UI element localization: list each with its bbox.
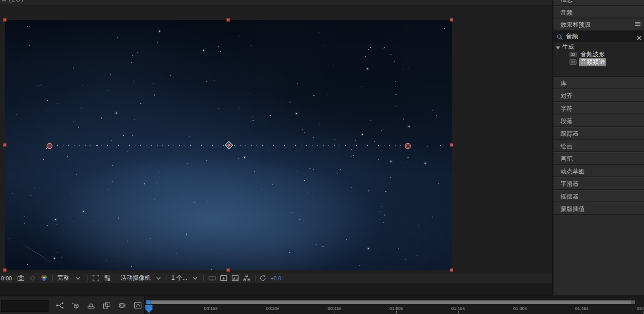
frame-blend-icon[interactable] — [102, 301, 111, 310]
star — [324, 177, 324, 177]
mini-flowchart-icon[interactable] — [55, 301, 64, 310]
draft-3d-icon[interactable] — [71, 301, 80, 310]
star — [136, 89, 136, 89]
panel-tab[interactable]: 库 — [553, 77, 644, 89]
star — [206, 269, 207, 269]
panel-tab[interactable]: 平滑器 — [553, 177, 644, 190]
star — [116, 161, 116, 161]
selection-handle[interactable] — [226, 268, 230, 272]
tab-info[interactable]: 信息 — [553, 0, 644, 6]
star — [266, 122, 266, 123]
star — [27, 26, 28, 27]
panel-tab[interactable]: 动态草图 — [553, 165, 644, 177]
chevron-down-icon — [75, 275, 81, 281]
star — [67, 156, 68, 157]
effect-item[interactable]: 32音频波形 — [553, 51, 644, 58]
star — [313, 95, 314, 96]
panel-tab[interactable]: 绘画 — [553, 140, 644, 152]
star — [319, 123, 319, 124]
star — [153, 83, 154, 84]
fast-preview-icon[interactable] — [219, 274, 228, 282]
panel-tab[interactable]: 画笔 — [553, 152, 644, 165]
region-of-interest-icon[interactable] — [92, 274, 100, 282]
panel-tab[interactable]: 字符 — [553, 102, 644, 115]
work-area-end-handle[interactable] — [631, 300, 635, 304]
clipped-tab-text: A (2G) — [2, 0, 24, 3]
panel-tab[interactable]: 段落 — [553, 115, 644, 127]
star — [384, 215, 385, 216]
selection-handle[interactable] — [450, 143, 453, 147]
star — [334, 35, 335, 35]
effect-item[interactable]: 32音频频谱 — [553, 58, 644, 66]
star — [316, 244, 317, 245]
star — [144, 183, 145, 184]
star — [82, 63, 83, 63]
effects-search-field[interactable]: 音频 — [553, 31, 644, 42]
star — [102, 37, 103, 37]
composition-stage[interactable] — [5, 20, 452, 270]
selection-handle[interactable] — [450, 268, 453, 272]
star — [195, 44, 195, 44]
timeline-panel-icon[interactable] — [231, 274, 239, 282]
work-area-bar[interactable] — [147, 300, 635, 304]
graph-editor-icon[interactable] — [133, 301, 142, 310]
keyframe-icon[interactable] — [46, 142, 53, 149]
tab-audio[interactable]: 音频 — [553, 6, 644, 19]
selection-handle[interactable] — [226, 18, 230, 22]
rgb-channels-icon[interactable] — [40, 274, 48, 282]
effects-group-generate[interactable]: 生成 — [553, 43, 644, 51]
tab-effects-presets[interactable]: 效果和预设 — [553, 19, 644, 31]
star — [71, 95, 71, 96]
selection-handle[interactable] — [3, 268, 7, 272]
star — [360, 103, 360, 104]
search-input[interactable]: 音频 — [566, 32, 636, 41]
pixel-aspect-icon[interactable] — [208, 274, 216, 282]
keyframe-icon[interactable] — [405, 142, 411, 149]
selection-handle[interactable] — [450, 18, 453, 22]
selection-handle[interactable] — [3, 143, 7, 147]
star — [353, 155, 354, 156]
star — [308, 192, 309, 193]
flowchart-icon[interactable] — [243, 274, 251, 282]
panel-tab[interactable]: 跟踪器 — [553, 127, 644, 140]
panel-menu-icon[interactable] — [634, 19, 641, 31]
star — [402, 69, 403, 70]
current-time-indicator[interactable] — [145, 305, 152, 313]
reset-exposure-icon[interactable] — [259, 274, 267, 282]
star — [313, 169, 314, 170]
star — [438, 183, 439, 184]
star — [368, 190, 369, 191]
anchor-point-icon[interactable] — [224, 141, 233, 150]
motion-blur-icon[interactable] — [118, 301, 127, 310]
selection-handle[interactable] — [3, 18, 7, 22]
star — [300, 187, 300, 187]
time-ruler-label: 01:15s — [451, 306, 465, 311]
panel-tab[interactable]: 摇摆器 — [553, 190, 644, 202]
camera-view-select[interactable]: 活动摄像机 — [120, 274, 162, 282]
shy-layers-icon[interactable] — [87, 301, 96, 310]
time-ruler[interactable]: 00s00:15s00:30s00:45s01:00s01:15s01:30s0… — [145, 296, 644, 314]
panel-tab[interactable]: 对齐 — [553, 89, 644, 102]
star — [102, 220, 102, 220]
composition-viewer[interactable] — [0, 7, 552, 273]
resolution-select[interactable]: 完整 — [57, 274, 81, 282]
effect-32bpc-badge: 32 — [570, 59, 577, 65]
tab-audio-label: 音频 — [560, 9, 573, 16]
view-layout-select[interactable]: 1 个... — [171, 274, 198, 282]
star — [146, 240, 147, 240]
snapshot-camera-icon[interactable] — [17, 274, 25, 282]
star — [101, 180, 102, 180]
panel-tab[interactable]: 蒙版插值 — [553, 202, 644, 215]
timeline-field-box[interactable] — [1, 300, 49, 312]
panel-tab-strip: A (2G) — [0, 0, 552, 6]
work-area-start-handle[interactable] — [146, 300, 150, 304]
transparency-grid-icon[interactable] — [103, 274, 112, 282]
exposure-value[interactable]: +0.0 — [270, 275, 281, 281]
timecode[interactable]: 0:00 — [1, 275, 12, 281]
clear-search-icon[interactable] — [636, 34, 642, 39]
show-snapshot-icon[interactable] — [28, 274, 37, 282]
star — [193, 108, 193, 109]
composition-marker-line — [396, 305, 396, 314]
star — [424, 166, 424, 166]
star — [432, 217, 433, 218]
